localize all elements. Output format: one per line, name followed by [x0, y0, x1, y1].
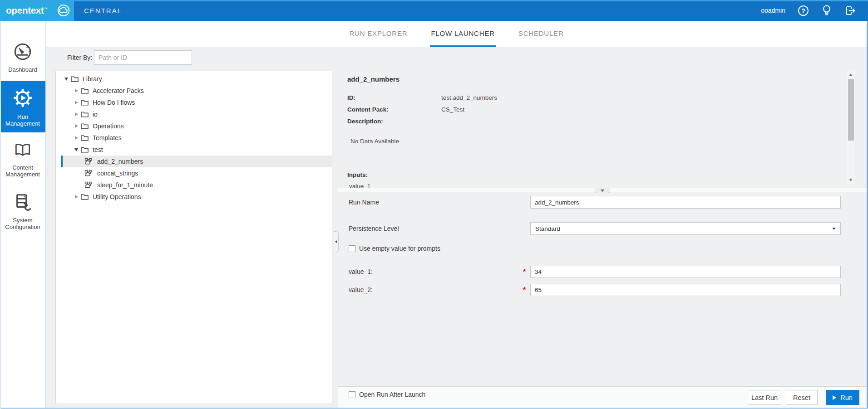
sidebar-item-content-management[interactable]: Content Management: [0, 133, 45, 184]
value-1-label: value_1:: [349, 266, 373, 278]
required-asterisk: *: [523, 286, 528, 294]
folder-icon: [81, 123, 89, 129]
expand-arrow-icon[interactable]: [73, 89, 80, 93]
folder-icon: [81, 146, 89, 153]
brand-logo-block: opentext™: [0, 0, 74, 21]
sidebar-item-run-management[interactable]: Run Management: [0, 81, 45, 132]
scrollbar-thumb[interactable]: [848, 79, 854, 141]
tree-item-test[interactable]: test: [61, 144, 332, 156]
tab-run-explorer[interactable]: RUN EXPLORER: [348, 21, 408, 47]
id-label: ID:: [347, 94, 355, 101]
content-pack-label: Content Pack:: [347, 106, 389, 113]
logo-separator: [52, 5, 52, 16]
chevron-down-icon: [601, 190, 604, 192]
expand-arrow-icon[interactable]: [73, 101, 80, 104]
sidebar-item-system-configuration[interactable]: System Configuration: [0, 184, 45, 238]
svg-text:?: ?: [801, 7, 805, 14]
tree-item-how-do-i-flows[interactable]: How Do I flows: [61, 97, 332, 108]
sidebar-item-label: Run Management: [1, 113, 44, 127]
run-button[interactable]: Run: [826, 390, 859, 405]
value-1-input[interactable]: [530, 266, 841, 278]
help-icon[interactable]: ?: [798, 5, 809, 16]
expand-arrow-icon[interactable]: [73, 195, 80, 199]
collapse-arrow-icon[interactable]: [63, 78, 70, 81]
logout-icon[interactable]: [844, 5, 856, 16]
flow-icon: [84, 181, 93, 189]
tree-item-operations[interactable]: Operations: [61, 120, 332, 132]
use-empty-value-checkbox[interactable]: [349, 245, 355, 252]
tree-item-accelerator-packs[interactable]: Accelerator Packs: [61, 85, 332, 97]
sidebar: Dashboard Run Management Content Managem…: [0, 21, 46, 409]
flow-icon: [84, 158, 93, 165]
flow-details-pane: add_2_numbers ID: test.add_2_numbers Con…: [340, 71, 844, 188]
filter-by-label: Filter By:: [67, 51, 92, 65]
run-name-label: Run Name: [349, 196, 379, 209]
username: ooadmin: [761, 7, 785, 14]
run-name-input[interactable]: [530, 196, 841, 209]
sidebar-item-label: Dashboard: [8, 66, 37, 73]
folder-icon: [81, 88, 89, 94]
value-2-label: value_2:: [349, 284, 373, 296]
open-run-after-launch-checkbox[interactable]: [349, 391, 355, 398]
system-configuration-server-wrench-icon: [12, 192, 33, 213]
tree-item-io[interactable]: io: [61, 108, 332, 120]
folder-icon: [81, 135, 89, 141]
tree-item-utility-operations[interactable]: Utility Operations: [61, 191, 332, 203]
dashboard-gauge-icon: [12, 41, 33, 62]
last-run-button[interactable]: Last Run: [748, 390, 781, 405]
use-empty-value-label: Use empty value for prompts: [359, 245, 440, 252]
flow-icon: [84, 170, 93, 177]
tree-item-library[interactable]: Library: [61, 73, 332, 85]
splitter-collapse-handle[interactable]: [595, 188, 610, 193]
collapse-arrow-icon[interactable]: [73, 148, 80, 151]
filter-input[interactable]: [94, 50, 192, 65]
tree-item-concat-strings[interactable]: concat_strings: [61, 167, 332, 179]
persistence-level-value: Standard: [535, 225, 560, 232]
play-icon: [833, 395, 836, 400]
chevron-left-icon: [335, 240, 337, 243]
content-management-book-icon: [12, 140, 33, 160]
panel-collapse-handle[interactable]: [334, 231, 339, 252]
lightbulb-icon[interactable]: [821, 5, 832, 16]
content-pack-value: CS_Test: [441, 106, 464, 113]
folder-icon: [81, 194, 89, 200]
oo-cloud-logo-icon: [57, 4, 70, 17]
sidebar-item-dashboard[interactable]: Dashboard: [0, 34, 45, 81]
expand-arrow-icon[interactable]: [73, 136, 80, 140]
scroll-up-arrow-icon[interactable]: [849, 73, 853, 76]
persistence-level-select[interactable]: Standard: [530, 222, 841, 235]
run-management-gear-play-icon: [11, 87, 34, 109]
required-asterisk: *: [523, 268, 528, 276]
app-title: CENTRAL: [84, 7, 122, 15]
reset-button[interactable]: Reset: [786, 390, 818, 405]
value-2-input[interactable]: [530, 284, 841, 296]
tab-flow-launcher[interactable]: FLOW LAUNCHER: [430, 21, 495, 47]
tree-item-templates[interactable]: Templates: [61, 132, 332, 144]
first-input-name: value_1: [349, 183, 370, 188]
scroll-down-arrow-icon[interactable]: [849, 179, 853, 181]
persistence-level-label: Persistence Level: [349, 222, 399, 235]
folder-icon: [71, 76, 79, 82]
expand-arrow-icon[interactable]: [73, 124, 80, 128]
folder-icon: [81, 111, 89, 117]
app-header: opentext™ CENTRAL ooadmin ?: [0, 0, 868, 21]
details-scrollbar[interactable]: [847, 71, 855, 184]
tab-scheduler[interactable]: SCHEDULER: [518, 21, 565, 47]
open-run-after-launch-label: Open Run After Launch: [359, 391, 425, 398]
flow-title: add_2_numbers: [347, 75, 399, 83]
sidebar-item-label: System Configuration: [1, 217, 44, 230]
expand-arrow-icon[interactable]: [73, 112, 80, 116]
sidebar-item-label: Content Management: [1, 164, 44, 178]
folder-icon: [81, 99, 89, 106]
description-label: Description:: [347, 118, 383, 125]
tree-item-sleep-for-1-minute[interactable]: sleep_for_1_minute: [61, 179, 332, 191]
window-edge: [0, 21, 1, 409]
id-value: test.add_2_numbers: [441, 94, 497, 101]
flow-library-tree: Library Accelerator Packs How Do I flows…: [55, 71, 332, 404]
tab-strip: RUN EXPLORER FLOW LAUNCHER SCHEDULER: [46, 21, 867, 47]
inputs-label: Inputs:: [347, 171, 368, 178]
tree-item-add-2-numbers[interactable]: add_2_numbers: [61, 156, 332, 167]
no-data-text: No Data Available: [350, 138, 399, 145]
opentext-logo: opentext™: [6, 5, 47, 16]
dropdown-arrow-icon: [832, 228, 836, 230]
